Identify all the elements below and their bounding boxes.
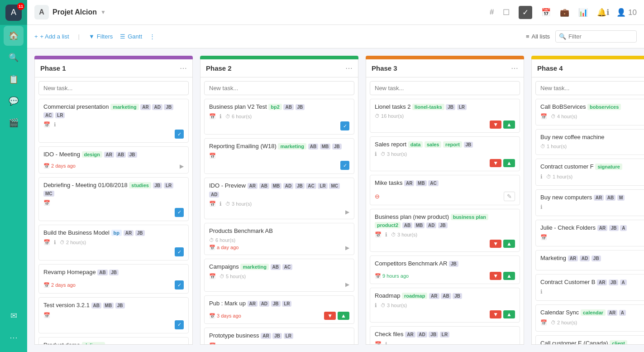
task-card[interactable]: Contract Customer B AR JB A ℹ (535, 274, 644, 301)
action-red-button[interactable]: ▼ (490, 310, 501, 318)
all-lists-button[interactable]: ≡ All lists (526, 33, 550, 40)
task-tag[interactable]: product2 (375, 222, 401, 228)
task-card[interactable]: Julie - Check Folders AR JB A 📅 (535, 220, 644, 246)
action-red-button[interactable]: ▼ (490, 159, 501, 167)
task-card[interactable]: Buy new computers AR AB M ℹ (535, 189, 644, 216)
task-tag[interactable]: marketing (110, 104, 139, 110)
edit-icon[interactable]: ✎ (504, 192, 515, 201)
task-card[interactable]: Product demo delivery📅ℹ▶ (38, 337, 189, 345)
column-menu-button[interactable]: ⋯ (345, 64, 353, 72)
task-card[interactable]: Revamp Homepage AB JB 📅 2 days ago✓ (38, 264, 189, 294)
task-tag[interactable]: delivery (82, 342, 105, 345)
task-tag[interactable]: calendar (581, 309, 606, 316)
task-card[interactable]: Buy new coffee machine⏱ 1 hour(s) (535, 129, 644, 155)
task-tag[interactable]: lionel-tasks (412, 104, 444, 110)
new-task-input[interactable] (370, 81, 520, 95)
chevron-down-icon[interactable]: ▼ (100, 9, 106, 15)
task-card[interactable]: Competitors Benchmark AR JB 📅 9 hours ag… (370, 256, 520, 284)
action-green-button[interactable]: ▲ (503, 240, 515, 248)
task-card[interactable]: Campaigns marketing AB AC 📅⏱ 5 hour(s)▶ (204, 259, 354, 292)
app-logo[interactable]: 11 A (0, 0, 27, 25)
document-icon[interactable]: ☐ (503, 8, 510, 17)
sidebar-item-more[interactable]: ⋯ (4, 328, 24, 347)
task-tag[interactable]: roadmap (402, 293, 427, 299)
action-red-button[interactable]: ▼ (490, 121, 501, 129)
task-tag[interactable]: studies (129, 182, 151, 188)
task-tag[interactable]: marketing (278, 143, 306, 149)
task-tag[interactable]: bp (111, 230, 122, 236)
new-task-input[interactable] (204, 81, 354, 95)
bell-icon[interactable]: 🔔 (597, 8, 606, 17)
new-task-input[interactable] (38, 81, 189, 95)
task-card[interactable]: Business plan (new product) business pla… (370, 209, 520, 252)
gantt-button[interactable]: ☰ Gantt (120, 33, 142, 40)
task-check[interactable]: ✓ (175, 320, 184, 329)
sidebar-item-mail[interactable]: ✉ (4, 306, 24, 326)
task-check[interactable]: ✓ (175, 208, 184, 217)
user-icon[interactable]: 👤 10 (616, 8, 637, 17)
action-red-button[interactable]: ▼ (324, 312, 336, 320)
project-title[interactable]: A Projet Alcion ▼ (34, 5, 106, 19)
task-card[interactable]: Lionel tasks 2 lionel-tasks JB LR ⏱ 16 h… (370, 99, 520, 133)
task-check[interactable]: ✓ (175, 130, 184, 139)
task-tag[interactable]: data (408, 141, 423, 148)
task-card[interactable]: Products Benchmark AB⏱ 6 hour(s)📅 a day … (204, 223, 354, 255)
task-card[interactable]: Call BoBServices bobservices📅⏱ 4 hour(s) (535, 99, 644, 125)
task-check[interactable]: ✓ (340, 121, 349, 130)
action-green-button[interactable]: ▲ (503, 310, 515, 318)
task-card[interactable]: Calendar Sync calendar AR A 📅⏱ 2 hour(s) (535, 304, 644, 331)
task-tag[interactable]: business plan (451, 214, 488, 220)
new-task-input[interactable] (535, 81, 644, 95)
task-card[interactable]: IDO - Preview AR AB MB AD JB AC LR MC AD… (204, 178, 354, 219)
more-button[interactable]: ⋮ (149, 33, 155, 40)
column-menu-button[interactable]: ⋯ (511, 64, 518, 72)
action-green-button[interactable]: ▲ (503, 159, 515, 167)
task-card[interactable]: Commercial presentation marketing AR AD … (38, 99, 189, 143)
filter-input[interactable] (555, 30, 637, 43)
action-green-button[interactable]: ▲ (503, 272, 515, 280)
task-tag[interactable]: signature (595, 164, 622, 170)
task-tag[interactable]: bp2 (268, 104, 282, 110)
add-list-button[interactable]: + + Add a list (34, 33, 69, 40)
task-check[interactable]: ✓ (340, 161, 349, 170)
sidebar-item-list[interactable]: 📋 (4, 69, 24, 89)
task-card[interactable]: Debriefing - Meeting 01/08/2018 studies … (38, 177, 189, 221)
task-tag[interactable]: sales (425, 141, 442, 148)
action-red-button[interactable]: ▼ (490, 240, 501, 248)
action-green-button[interactable]: ▲ (338, 312, 349, 320)
task-card[interactable]: Check files AR AD JB LR 📅ℹ▼▲ (370, 326, 520, 345)
filters-button[interactable]: ▼ Filters (89, 33, 113, 40)
task-card[interactable]: Contract customer F signatureℹ⏱ 1 hour(s… (535, 159, 644, 185)
task-card[interactable]: Prototype business AR JB LR 📅✓ (204, 328, 354, 345)
task-card[interactable]: Roadmap roadmap AR AB JB ℹ⏱ 3 hour(s)▼▲ (370, 288, 520, 323)
task-card[interactable]: Test version 3.2.1 AB MB JB 📅✓ (38, 297, 189, 333)
task-card[interactable]: Business plan V2 Test bp2 AB JB 📅ℹ⏱ 6 ho… (204, 99, 354, 135)
sidebar-item-video[interactable]: 🎬 (4, 113, 24, 133)
task-tag[interactable]: design (82, 151, 102, 158)
action-green-button[interactable]: ▲ (503, 121, 515, 129)
info-icon[interactable]: ℹ (606, 8, 609, 17)
briefcase-icon[interactable]: 💼 (560, 8, 569, 17)
task-card[interactable]: Build the Business Model bp AR JB 📅ℹ⏱ 2 … (38, 225, 189, 260)
task-tag[interactable]: report (443, 141, 462, 148)
task-tag[interactable]: marketing (240, 264, 269, 270)
hashtag-icon[interactable]: # (490, 8, 494, 17)
task-tag[interactable]: client (610, 340, 627, 345)
task-card[interactable]: Reporting Emailing (W18) marketing AB MB… (204, 138, 354, 174)
task-check[interactable]: ✓ (175, 280, 184, 289)
task-card[interactable]: Marketing AR AD JB (535, 250, 644, 270)
chart-icon[interactable]: 📊 (578, 8, 588, 17)
sidebar-item-search[interactable]: 🔍 (4, 48, 24, 68)
task-card[interactable]: Pub : Mark up AR AD JB LR 📅 3 days ago▼▲ (204, 295, 354, 324)
sidebar-item-chat[interactable]: 💬 (4, 91, 24, 111)
task-tag[interactable]: bobservices (587, 104, 621, 110)
checkmark-icon[interactable]: ✓ (519, 6, 532, 19)
column-menu-button[interactable]: ⋯ (180, 64, 187, 72)
task-check[interactable]: ✓ (175, 247, 184, 256)
task-card[interactable]: Sales report data sales report JB ℹ⏱ 3 h… (370, 136, 520, 171)
action-red-button[interactable]: ▼ (490, 272, 501, 280)
task-card[interactable]: Mike tasks AR MB AC ⊖✎ (370, 175, 520, 205)
task-card[interactable]: IDO - Meeting design AR AB JB 📅 2 days a… (38, 146, 189, 173)
task-card[interactable]: Call customer E (Canada) client⏱ 4 hour(… (535, 335, 644, 345)
calendar-icon[interactable]: 📅 (541, 8, 551, 17)
